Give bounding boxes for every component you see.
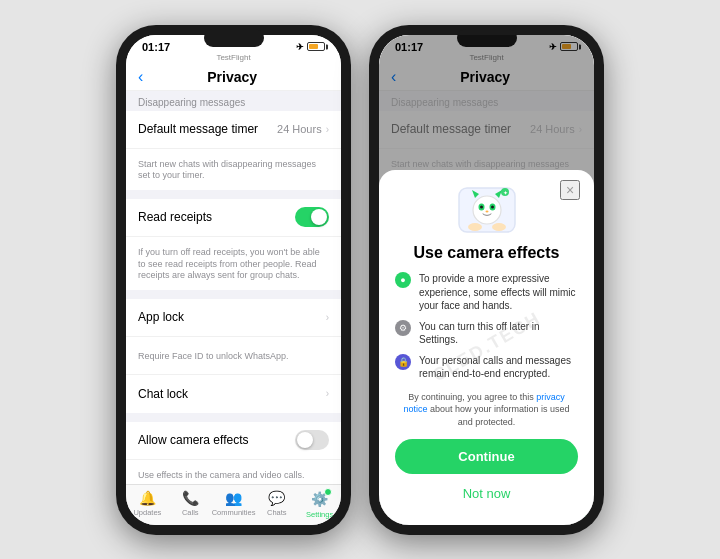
item-content-timer: Default message timer [138, 122, 277, 136]
svg-point-6 [485, 211, 488, 213]
chevron-applock: › [326, 312, 329, 323]
phone-right: 01:17 ✈ TestFlight ‹ Privacy Disappearin… [369, 25, 604, 535]
dynamic-island-left [204, 29, 264, 47]
chats-icon-left: 💬 [268, 490, 285, 506]
tab-calls-left[interactable]: 📞 Calls [169, 490, 212, 519]
not-now-button[interactable]: Not now [395, 482, 578, 505]
communities-icon-left: 👥 [225, 490, 242, 506]
item-title-applock: App lock [138, 310, 326, 324]
svg-point-11 [468, 223, 482, 231]
modal-feature-2: 🔒 Your personal calls and messages remai… [395, 354, 578, 381]
feature-icon-settings: ⚙ [395, 320, 411, 336]
modal-overlay: CLED.TECH × [379, 35, 594, 525]
list-item-applock-sub: Require Face ID to unlock WhatsApp. [126, 337, 341, 375]
updates-label-left: Updates [133, 508, 161, 517]
screen-left: 01:17 ✈ TestFlight ‹ Privacy Disappearin… [126, 35, 341, 525]
chats-label-left: Chats [267, 508, 287, 517]
item-subtitle-receipts: If you turn off read receipts, you won't… [138, 247, 329, 282]
updates-icon-left: 🔔 [139, 490, 156, 506]
list-item-receipts[interactable]: Read receipts [126, 199, 341, 237]
item-value-timer: 24 Hours [277, 123, 322, 135]
status-icons-left: ✈ [296, 42, 325, 52]
list-item-applock[interactable]: App lock › [126, 299, 341, 337]
nav-title-left: Privacy [151, 69, 313, 85]
settings-badge-left: ⚙️ [311, 490, 328, 508]
item-subtitle-applock: Require Face ID to unlock WhatsApp. [138, 351, 289, 363]
feature-text-0: To provide a more expressive experience,… [419, 272, 578, 313]
item-subtitle-camera: Use effects in the camera and video call… [138, 470, 329, 484]
item-title-camera: Allow camera effects [138, 433, 295, 447]
item-content-camera: Allow camera effects [138, 433, 295, 447]
section-disappearing-left: Disappearing messages [126, 91, 341, 111]
item-title-receipts: Read receipts [138, 210, 295, 224]
gap1 [126, 191, 341, 199]
chevron-timer: › [326, 124, 329, 135]
list-item-receipts-sub: If you turn off read receipts, you won't… [126, 237, 341, 290]
modal-illustration: ✦ [455, 182, 519, 236]
svg-point-1 [473, 196, 501, 224]
feature-text-2: Your personal calls and messages remain … [419, 354, 578, 381]
toggle-receipts[interactable] [295, 207, 329, 227]
modal-footer-text: By continuing, you agree to this privacy… [395, 391, 578, 429]
feature-text-1: You can turn this off later in Settings. [419, 320, 578, 347]
calls-label-left: Calls [182, 508, 199, 517]
list-card-camera: Allow camera effects Use effects in the … [126, 422, 341, 484]
list-card-timer: Default message timer 24 Hours › Start n… [126, 111, 341, 190]
modal-feature-0: ● To provide a more expressive experienc… [395, 272, 578, 313]
settings-label-left: Settings [306, 510, 333, 519]
list-item-camera[interactable]: Allow camera effects [126, 422, 341, 460]
camera-effects-illustration: ✦ [455, 182, 519, 236]
calls-icon-left: 📞 [182, 490, 199, 506]
list-item-chatlock[interactable]: Chat lock › [126, 375, 341, 413]
svg-point-12 [492, 223, 506, 231]
item-content-chatlock: Chat lock [138, 387, 326, 401]
tab-settings-left[interactable]: ⚙️ Settings [298, 490, 341, 519]
gap3 [126, 414, 341, 422]
nav-header-left: ‹ Privacy [126, 64, 341, 91]
modal-sheet: CLED.TECH × [379, 170, 594, 524]
toggle-knob-camera [297, 432, 313, 448]
list-card-applock: App lock › Require Face ID to unlock Wha… [126, 299, 341, 413]
battery-fill-left [309, 44, 318, 49]
item-content-timer-sub: Start new chats with disappearing messag… [138, 157, 329, 182]
time-left: 01:17 [142, 41, 170, 53]
continue-button[interactable]: Continue [395, 439, 578, 474]
gap2 [126, 291, 341, 299]
flight-icon-left: ✈ [296, 42, 304, 52]
list-card-receipts: Read receipts If you turn off read recei… [126, 199, 341, 290]
communities-label-left: Communities [212, 508, 256, 517]
content-left: Disappearing messages Default message ti… [126, 91, 341, 484]
feature-icon-lock: 🔒 [395, 354, 411, 370]
toggle-knob-receipts [311, 209, 327, 225]
item-title-timer: Default message timer [138, 122, 277, 136]
modal-feature-1: ⚙ You can turn this off later in Setting… [395, 320, 578, 347]
svg-text:✦: ✦ [502, 190, 507, 196]
item-title-chatlock: Chat lock [138, 387, 326, 401]
screen-right: 01:17 ✈ TestFlight ‹ Privacy Disappearin… [379, 35, 594, 525]
item-content-receipts: Read receipts [138, 210, 295, 224]
item-content-applock: App lock [138, 310, 326, 324]
battery-left [307, 42, 325, 51]
list-item-timer-sub: Start new chats with disappearing messag… [126, 149, 341, 190]
feature-icon-face: ● [395, 272, 411, 288]
badge-dot-left [324, 488, 332, 496]
list-item-timer[interactable]: Default message timer 24 Hours › [126, 111, 341, 149]
modal-features-list: ● To provide a more expressive experienc… [395, 272, 578, 381]
tab-updates-left[interactable]: 🔔 Updates [126, 490, 169, 519]
tab-chats-left[interactable]: 💬 Chats [255, 490, 298, 519]
tab-communities-left[interactable]: 👥 Communities [212, 490, 256, 519]
testflight-left: TestFlight [126, 53, 341, 64]
item-subtitle-timer: Start new chats with disappearing messag… [138, 159, 329, 182]
svg-point-5 [491, 206, 494, 209]
phone-left: 01:17 ✈ TestFlight ‹ Privacy Disappearin… [116, 25, 351, 535]
modal-title: Use camera effects [395, 244, 578, 262]
back-button-left[interactable]: ‹ [138, 68, 143, 86]
toggle-camera[interactable] [295, 430, 329, 450]
svg-point-4 [480, 206, 483, 209]
chevron-chatlock: › [326, 388, 329, 399]
tab-bar-left: 🔔 Updates 📞 Calls 👥 Communities 💬 Chats … [126, 484, 341, 525]
list-item-camera-sub: Use effects in the camera and video call… [126, 460, 341, 484]
modal-close-button[interactable]: × [560, 180, 580, 200]
